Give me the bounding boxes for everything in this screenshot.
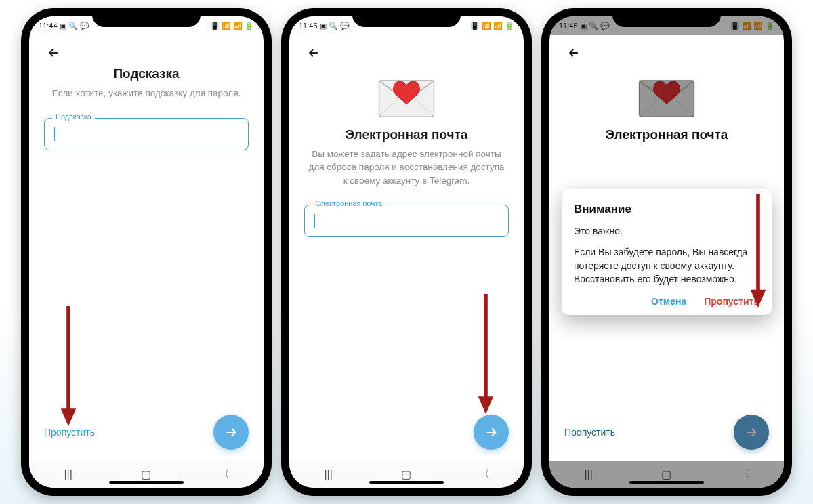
dialog-overlay: Внимание Это важно. Если Вы забудете пар… (549, 16, 784, 488)
email-field-label: Электронная почта (312, 199, 385, 207)
gallery-icon: ▣ (60, 22, 66, 30)
dialog-title: Внимание (574, 203, 759, 216)
next-fab[interactable] (474, 415, 509, 450)
text-cursor (54, 127, 55, 141)
search-icon: 🔍 (329, 22, 338, 30)
recent-apps-button[interactable]: ||| (318, 469, 339, 481)
clock: 11:44 (39, 22, 58, 30)
warning-dialog: Внимание Это важно. Если Вы забудете пар… (562, 189, 772, 314)
bottom-row: Пропустить (29, 415, 264, 450)
page-title: Электронная почта (304, 127, 509, 142)
email-input[interactable] (304, 205, 509, 237)
email-field-wrap: Электронная почта (304, 205, 509, 237)
screen-3: 11:45 ▣ 🔍 💬 📳 📶 📶 🔋 (549, 16, 784, 488)
status-left: 11:44 ▣ 🔍 💬 (39, 22, 89, 30)
next-fab[interactable] (213, 415, 249, 450)
page-subtitle: Если хотите, укажите подсказку для парол… (44, 87, 249, 100)
screen-1: 11:44 ▣ 🔍 💬 📳 📶 📶 🔋 Подсказка Если хотит… (29, 16, 264, 488)
phone-frame-1: 11:44 ▣ 🔍 💬 📳 📶 📶 🔋 Подсказка Если хотит… (21, 8, 272, 496)
dialog-actions: Отмена Пропустить (574, 296, 759, 307)
envelope-heart-icon (375, 72, 438, 122)
search-icon: 🔍 (68, 22, 78, 30)
back-button[interactable] (304, 43, 323, 62)
android-navbar: ||| ▢ 〈 (29, 461, 264, 488)
status-right: 📳 📶 📶 🔋 (470, 22, 514, 30)
hint-input[interactable] (44, 118, 249, 150)
content-area: Электронная почта Вы можете задать адрес… (289, 35, 524, 461)
home-button[interactable]: ▢ (396, 468, 417, 481)
clock: 11:45 (299, 22, 318, 30)
dialog-text-1: Это важно. (574, 224, 759, 238)
gallery-icon: ▣ (320, 22, 327, 30)
battery-icon: 🔋 (505, 22, 514, 30)
text-cursor (314, 214, 315, 228)
skip-button[interactable]: Пропустить (44, 427, 95, 438)
notch (92, 8, 201, 27)
notch (612, 8, 721, 27)
vibrate-icon: 📳 (210, 22, 220, 30)
wifi-icon: 📶 (222, 22, 231, 30)
screen-2: 11:45 ▣ 🔍 💬 📳 📶 📶 🔋 (289, 16, 524, 488)
dialog-text-2: Если Вы забудете пароль, Вы навсегда пот… (574, 245, 759, 287)
phone-frame-2: 11:45 ▣ 🔍 💬 📳 📶 📶 🔋 (281, 8, 532, 496)
signal-icon: 📶 (493, 22, 503, 30)
android-navbar: ||| ▢ 〈 (289, 461, 524, 488)
home-button[interactable]: ▢ (136, 468, 157, 481)
back-nav-button[interactable]: 〈 (214, 467, 234, 482)
annotation-arrow-icon (59, 306, 78, 426)
notch (352, 8, 461, 27)
hint-field-wrap: Подсказка (44, 118, 249, 150)
battery-icon: 🔋 (245, 22, 254, 30)
chat-icon: 💬 (340, 22, 350, 30)
recent-apps-button[interactable]: ||| (58, 469, 79, 481)
phone-frame-3: 11:45 ▣ 🔍 💬 📳 📶 📶 🔋 (541, 8, 792, 496)
content-area: Подсказка Если хотите, укажите подсказку… (29, 35, 264, 461)
hint-field-label: Подсказка (52, 112, 95, 121)
status-right: 📳 📶 📶 🔋 (210, 22, 254, 30)
signal-icon: 📶 (233, 22, 243, 30)
wifi-icon: 📶 (482, 22, 491, 30)
bottom-row: Пропустить (289, 415, 524, 450)
page-title: Подсказка (44, 66, 249, 81)
svg-marker-4 (478, 396, 493, 414)
chat-icon: 💬 (80, 22, 89, 30)
home-indicator (369, 481, 444, 484)
dialog-cancel-button[interactable]: Отмена (651, 296, 686, 307)
status-left: 11:45 ▣ 🔍 💬 (299, 22, 350, 30)
annotation-arrow-icon (476, 294, 495, 414)
page-subtitle: Вы можете задать адрес электронной почты… (304, 148, 509, 188)
dialog-confirm-button[interactable]: Пропустить (704, 296, 759, 307)
back-button[interactable] (44, 43, 63, 62)
vibrate-icon: 📳 (470, 22, 480, 30)
back-nav-button[interactable]: 〈 (474, 467, 495, 482)
home-indicator (109, 481, 184, 484)
